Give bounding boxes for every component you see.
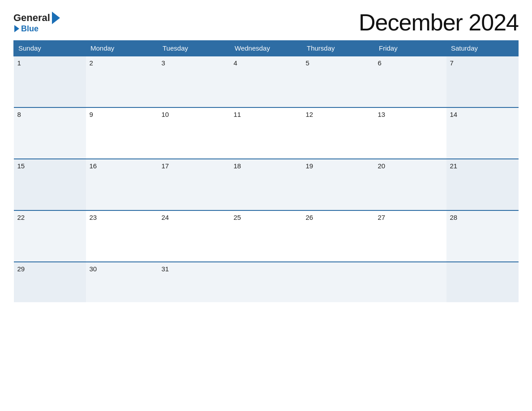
- month-title: December 2024: [359, 9, 519, 36]
- day-number: 27: [378, 214, 443, 221]
- calendar-day-cell: [446, 262, 519, 302]
- calendar-table: Sunday Monday Tuesday Wednesday Thursday…: [13, 40, 519, 302]
- col-tuesday: Tuesday: [158, 41, 230, 56]
- calendar-day-cell: 5: [302, 56, 374, 107]
- day-number: 15: [17, 162, 82, 170]
- day-number: 5: [306, 59, 371, 67]
- col-monday: Monday: [86, 41, 158, 56]
- logo-small-triangle-icon: [14, 25, 19, 32]
- calendar-day-cell: 21: [446, 159, 519, 210]
- logo-triangle-icon: [52, 12, 60, 24]
- calendar-day-cell: 26: [302, 210, 374, 262]
- calendar-day-cell: 15: [14, 159, 86, 210]
- day-number: 16: [90, 162, 154, 170]
- day-number: 25: [234, 214, 299, 221]
- calendar-day-cell: 14: [446, 107, 519, 159]
- col-wednesday: Wednesday: [230, 41, 302, 56]
- calendar-day-cell: 4: [230, 56, 302, 107]
- day-number: 8: [17, 111, 82, 118]
- logo: General Blue: [13, 12, 60, 34]
- day-number: 21: [450, 162, 515, 170]
- day-number: 20: [378, 162, 443, 170]
- col-sunday: Sunday: [14, 41, 86, 56]
- calendar-day-cell: 25: [230, 210, 302, 262]
- calendar-week-row: 1234567: [14, 56, 519, 107]
- day-number: 6: [378, 59, 443, 67]
- day-number: 7: [450, 59, 515, 67]
- logo-general-text: General: [13, 12, 50, 24]
- col-friday: Friday: [374, 41, 446, 56]
- day-number: 23: [90, 214, 154, 221]
- calendar-day-cell: 2: [86, 56, 158, 107]
- day-number: 11: [234, 111, 299, 118]
- day-number: 9: [90, 111, 154, 118]
- calendar-day-cell: 16: [86, 159, 158, 210]
- day-number: 26: [306, 214, 371, 221]
- logo-blue-text: Blue: [21, 24, 39, 34]
- calendar-day-cell: 24: [158, 210, 230, 262]
- day-number: 18: [234, 162, 299, 170]
- day-number: 29: [17, 265, 82, 273]
- logo-blue-row: Blue: [14, 24, 39, 34]
- calendar-day-cell: 9: [86, 107, 158, 159]
- day-number: 30: [90, 265, 154, 273]
- calendar-day-cell: 13: [374, 107, 446, 159]
- calendar-day-cell: 6: [374, 56, 446, 107]
- calendar-day-cell: 20: [374, 159, 446, 210]
- day-number: 10: [162, 111, 227, 118]
- calendar-header: Sunday Monday Tuesday Wednesday Thursday…: [14, 41, 519, 56]
- calendar-day-cell: 19: [302, 159, 374, 210]
- day-number: 17: [162, 162, 227, 170]
- day-number: 14: [450, 111, 515, 118]
- day-number: 31: [162, 265, 227, 273]
- calendar-day-cell: 12: [302, 107, 374, 159]
- day-number: 2: [90, 59, 154, 67]
- day-number: 4: [234, 59, 299, 67]
- calendar-body: 1234567891011121314151617181920212223242…: [14, 56, 519, 302]
- calendar-day-cell: 18: [230, 159, 302, 210]
- calendar-day-cell: 28: [446, 210, 519, 262]
- day-number: 19: [306, 162, 371, 170]
- calendar-day-cell: [374, 262, 446, 302]
- calendar-day-cell: 27: [374, 210, 446, 262]
- col-saturday: Saturday: [446, 41, 519, 56]
- day-number: 12: [306, 111, 371, 118]
- calendar-day-cell: 30: [86, 262, 158, 302]
- day-number: 3: [162, 59, 227, 67]
- day-number: 13: [378, 111, 443, 118]
- days-of-week-row: Sunday Monday Tuesday Wednesday Thursday…: [14, 41, 519, 56]
- calendar-week-row: 891011121314: [14, 107, 519, 159]
- calendar-day-cell: 8: [14, 107, 86, 159]
- calendar-week-row: 15161718192021: [14, 159, 519, 210]
- calendar-day-cell: [302, 262, 374, 302]
- calendar-day-cell: 10: [158, 107, 230, 159]
- calendar-day-cell: 29: [14, 262, 86, 302]
- calendar-day-cell: 31: [158, 262, 230, 302]
- day-number: 24: [162, 214, 227, 221]
- calendar-day-cell: 3: [158, 56, 230, 107]
- calendar-day-cell: 1: [14, 56, 86, 107]
- calendar-day-cell: 17: [158, 159, 230, 210]
- calendar-day-cell: 22: [14, 210, 86, 262]
- day-number: 22: [17, 214, 82, 221]
- day-number: 1: [17, 59, 82, 67]
- calendar-week-row: 22232425262728: [14, 210, 519, 262]
- page-header: General Blue December 2024: [13, 9, 519, 36]
- day-number: 28: [450, 214, 515, 221]
- calendar-day-cell: [230, 262, 302, 302]
- calendar-day-cell: 11: [230, 107, 302, 159]
- calendar-day-cell: 7: [446, 56, 519, 107]
- col-thursday: Thursday: [302, 41, 374, 56]
- calendar-week-row: 293031: [14, 262, 519, 302]
- calendar-day-cell: 23: [86, 210, 158, 262]
- logo-general-row: General: [13, 12, 60, 24]
